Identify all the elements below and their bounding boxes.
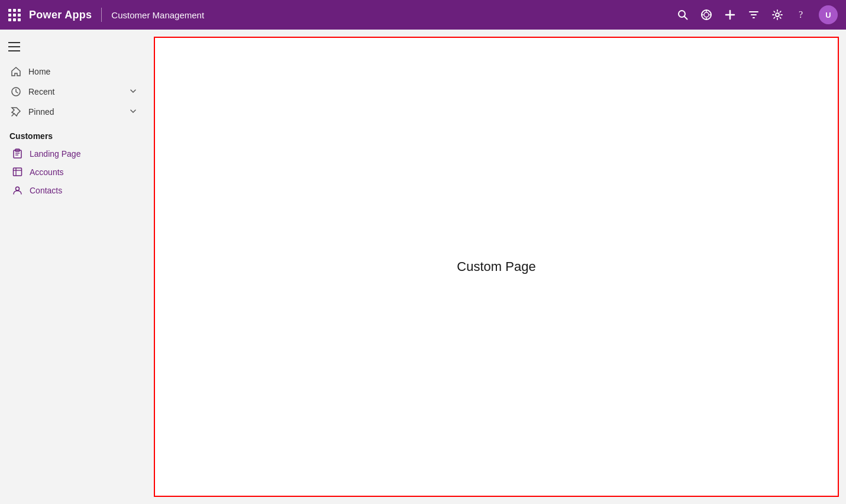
main-layout: Home Recent [0,30,846,504]
svg-line-1 [684,17,687,20]
app-name: Customer Management [111,10,677,20]
topbar: Power Apps Customer Management [0,0,846,30]
sidebar-item-pinned[interactable]: Pinned [0,102,147,122]
sidebar-item-landing-page[interactable]: Landing Page [0,144,147,163]
svg-line-16 [12,114,14,116]
svg-point-3 [704,12,709,17]
topbar-actions: ? U [677,5,838,24]
recent-label: Recent [28,87,123,96]
recent-icon [9,86,22,97]
home-label: Home [28,67,137,76]
help-icon[interactable]: ? [795,9,807,21]
sidebar-item-recent[interactable]: Recent [0,82,147,102]
recent-chevron-icon [129,87,137,97]
hamburger-icon[interactable] [0,37,147,62]
accounts-label: Accounts [30,167,64,177]
sidebar-item-contacts[interactable]: Contacts [0,181,147,199]
settings-icon[interactable] [771,9,783,21]
pinned-label: Pinned [28,107,123,117]
svg-rect-21 [13,168,21,176]
contacts-icon [11,185,24,195]
page-label: Custom Page [457,259,535,274]
sidebar-item-home[interactable]: Home [0,62,147,82]
contacts-label: Contacts [30,186,62,195]
home-icon [9,66,22,77]
search-icon[interactable] [677,9,689,21]
sidebar: Home Recent [0,30,147,504]
accounts-icon [11,167,24,177]
content-area: Custom Page [147,30,846,504]
pin-icon [9,106,22,117]
avatar[interactable]: U [819,5,838,24]
topbar-divider [101,8,102,22]
sidebar-item-accounts[interactable]: Accounts [0,163,147,181]
svg-text:?: ? [799,9,803,20]
landing-page-label: Landing Page [30,149,80,159]
content-frame: Custom Page [154,37,839,497]
avatar-initials: U [825,11,831,20]
brand-name: Power Apps [29,9,92,21]
target-icon[interactable] [700,9,712,21]
waffle-icon[interactable] [8,9,21,21]
add-icon[interactable] [724,9,736,21]
customers-section-header: Customers [0,122,147,144]
pinned-chevron-icon [129,107,137,117]
svg-point-10 [776,13,779,17]
clipboard-icon [11,148,24,159]
svg-point-24 [15,187,19,190]
filter-icon[interactable] [748,9,760,21]
